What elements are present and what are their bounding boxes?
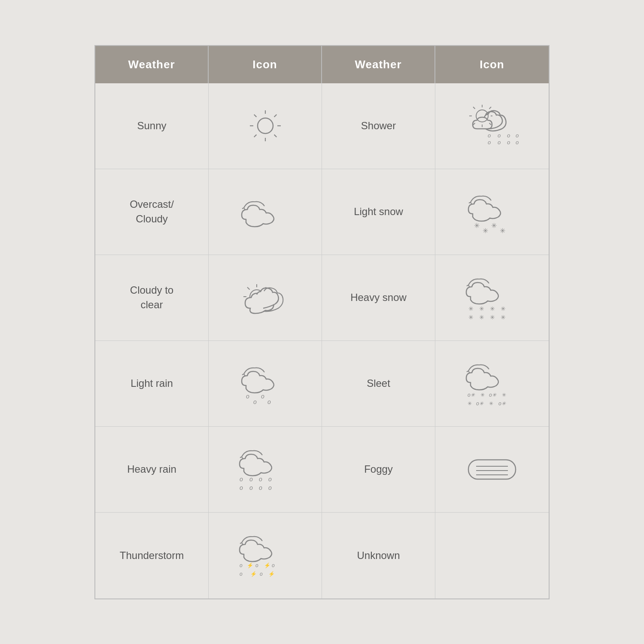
header-weather-1: Weather (95, 46, 209, 83)
cloudy-icon (240, 196, 291, 228)
svg-text:o: o (267, 398, 271, 405)
svg-text:✳: ✳ (468, 401, 472, 407)
cell-thunderstorm-label: Thunderstorm (95, 513, 209, 598)
svg-line-17 (473, 123, 475, 125)
header-weather-2: Weather (322, 46, 435, 83)
cell-overcast-icon (209, 169, 322, 255)
overcast-svg (240, 196, 291, 228)
svg-text:o: o (249, 476, 253, 483)
svg-text:o: o (268, 476, 272, 483)
cell-sunny-label: Sunny (95, 83, 209, 169)
cell-cloudytoclear-icon (209, 255, 322, 341)
svg-text:⚡: ⚡ (250, 571, 257, 577)
cell-heavyrain-icon: o o o o o o o o (209, 427, 322, 513)
svg-text:o: o (268, 484, 272, 491)
heavy-snow-icon: ✳ ✳ ✳ ✳ ✳ ✳ ✳ ✳ (464, 273, 520, 322)
shower-svg: o o o o o o o o (464, 102, 520, 149)
svg-text:⚡: ⚡ (268, 571, 275, 577)
svg-text:✳: ✳ (501, 305, 506, 312)
sun-svg (244, 104, 287, 147)
svg-line-15 (489, 123, 492, 125)
heavy-rain-icon: o o o o o o o o (237, 445, 293, 494)
cell-lightrain-label: Light rain (95, 341, 209, 427)
heavysnow-svg: ✳ ✳ ✳ ✳ ✳ ✳ ✳ ✳ (464, 273, 520, 322)
svg-text:o✳: o✳ (489, 392, 497, 398)
cell-lightrain-icon: o o o o (209, 341, 322, 427)
lightsnow-svg: ✳ ✳ ✳ ✳ (466, 190, 518, 233)
svg-text:o: o (272, 562, 275, 568)
foggy-svg (464, 453, 520, 486)
foggy-icon (464, 453, 520, 486)
cell-heavysnow-label: Heavy snow (322, 255, 435, 341)
svg-text:o✳: o✳ (476, 401, 484, 407)
svg-text:o✳: o✳ (468, 392, 475, 398)
svg-text:⚡: ⚡ (264, 562, 270, 568)
svg-text:✳: ✳ (491, 222, 497, 229)
lightrain-svg: o o o o (240, 362, 291, 405)
svg-text:✳: ✳ (479, 305, 484, 312)
svg-line-6 (274, 135, 276, 137)
table-body: Sunny Shower (95, 83, 549, 598)
svg-line-7 (274, 115, 276, 117)
cell-thunderstorm-icon: o ⚡ o o ⚡ ⚡ o ⚡ o (209, 513, 322, 598)
svg-text:✳: ✳ (489, 401, 493, 407)
svg-text:o: o (507, 139, 510, 146)
cell-lightsnow-icon: ✳ ✳ ✳ ✳ (435, 169, 549, 255)
svg-text:✳: ✳ (490, 314, 495, 321)
svg-text:o: o (240, 484, 243, 491)
cell-sunny-icon (209, 83, 322, 169)
svg-line-8 (254, 135, 256, 137)
svg-text:✳: ✳ (468, 314, 474, 321)
svg-text:o: o (253, 398, 257, 405)
cell-unknown-icon (435, 513, 549, 598)
light-rain-icon: o o o o (240, 362, 291, 405)
cloudy-to-clear-icon (237, 276, 293, 319)
svg-text:✳: ✳ (480, 392, 485, 398)
cell-sleet-label: Sleet (322, 341, 435, 427)
svg-text:✳: ✳ (490, 305, 495, 312)
svg-line-35 (247, 287, 250, 290)
svg-text:o: o (516, 132, 519, 139)
svg-text:o: o (240, 571, 243, 577)
svg-text:o✳: o✳ (498, 401, 506, 407)
svg-text:✳: ✳ (500, 227, 505, 234)
svg-text:o: o (498, 139, 501, 146)
sleet-icon: o✳ ✳ o✳ ✳ ✳ o✳ ✳ o✳ (464, 359, 520, 408)
svg-text:✳: ✳ (468, 305, 474, 312)
heavyrain-svg: o o o o o o o o (237, 445, 293, 494)
svg-rect-67 (468, 460, 516, 479)
header-icon-2: Icon (435, 46, 549, 83)
svg-text:o: o (246, 393, 249, 400)
thunderstorm-icon: o ⚡ o o ⚡ ⚡ o ⚡ o (237, 531, 293, 580)
cell-sleet-icon: o✳ ✳ o✳ ✳ ✳ o✳ ✳ o✳ (435, 341, 549, 427)
svg-text:⚡: ⚡ (247, 562, 253, 568)
shower-icon: o o o o o o o o (464, 102, 520, 149)
svg-text:✳: ✳ (501, 314, 506, 321)
svg-text:o: o (488, 139, 491, 146)
cell-foggy-label: Foggy (322, 427, 435, 513)
svg-text:✳: ✳ (479, 314, 484, 321)
svg-text:o: o (259, 476, 262, 483)
svg-text:o: o (498, 132, 501, 139)
svg-text:o: o (249, 484, 253, 491)
light-snow-icon: ✳ ✳ ✳ ✳ (466, 190, 518, 233)
thunderstorm-svg: o ⚡ o o ⚡ ⚡ o ⚡ o (237, 531, 293, 580)
svg-text:o: o (261, 393, 264, 400)
svg-line-5 (254, 115, 256, 117)
svg-text:o: o (260, 571, 263, 577)
svg-line-16 (489, 107, 492, 109)
svg-text:✳: ✳ (474, 222, 480, 229)
svg-line-14 (473, 107, 475, 109)
svg-text:✳: ✳ (502, 392, 506, 398)
cell-shower-icon: o o o o o o o o (435, 83, 549, 169)
sunny-icon (244, 104, 287, 147)
svg-text:✳: ✳ (483, 227, 488, 234)
table-header: Weather Icon Weather Icon (95, 46, 549, 83)
svg-text:o: o (255, 562, 258, 568)
cloudytoclear-svg (237, 276, 293, 319)
svg-text:o: o (240, 476, 243, 483)
svg-text:o: o (516, 139, 519, 146)
header-icon-1: Icon (209, 46, 322, 83)
cell-shower-label: Shower (322, 83, 435, 169)
cell-unknown-label: Unknown (322, 513, 435, 598)
